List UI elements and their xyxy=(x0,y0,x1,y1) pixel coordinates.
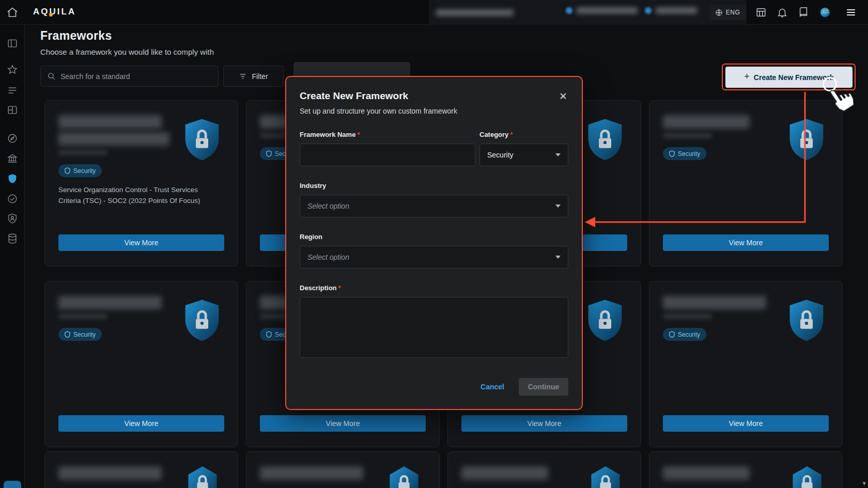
sidebar-panel-icon[interactable] xyxy=(7,38,18,49)
industry-label: Industry xyxy=(300,182,568,190)
locked-shield-icon xyxy=(586,298,624,342)
filter-button[interactable]: Filter xyxy=(223,66,284,87)
sidebar-bottom-button[interactable] xyxy=(4,481,21,488)
list-menu-icon[interactable] xyxy=(7,85,18,96)
redacted-blue-icon xyxy=(645,7,652,14)
language-label: ENG xyxy=(726,9,740,16)
brand-logo: AQUILA xyxy=(33,7,76,17)
globe-icon xyxy=(715,9,723,17)
view-more-button[interactable]: View More xyxy=(663,234,829,251)
frameworks-shield-icon[interactable] xyxy=(7,173,18,184)
framework-card xyxy=(447,451,641,488)
view-more-button[interactable]: View More xyxy=(461,415,627,432)
hex-shield-icon xyxy=(388,465,421,488)
redacted-subtitle xyxy=(663,133,712,138)
plus-icon: + xyxy=(744,71,750,82)
redacted-title xyxy=(663,115,750,129)
redacted-subtitle xyxy=(58,150,107,155)
region-select[interactable]: Select option xyxy=(300,246,568,269)
badge-shield-icon xyxy=(669,150,675,157)
continue-button[interactable]: Continue xyxy=(519,378,568,396)
world-globe-icon[interactable] xyxy=(819,7,831,18)
page-subtitle: Choose a framework you would like to com… xyxy=(40,48,214,56)
framework-name-label: Framework Name* xyxy=(300,131,475,138)
security-badge: Security xyxy=(663,328,706,341)
organization-bank-icon[interactable] xyxy=(7,153,18,164)
cancel-button[interactable]: Cancel xyxy=(481,383,504,391)
redacted-title xyxy=(663,296,766,309)
badge-label: Security xyxy=(678,331,700,338)
home-icon[interactable] xyxy=(6,6,19,19)
left-sidebar xyxy=(0,25,25,488)
table-grid-icon[interactable] xyxy=(755,7,767,18)
page-title: Frameworks xyxy=(40,29,112,43)
view-more-button[interactable]: View More xyxy=(663,415,829,432)
redacted-title xyxy=(58,132,169,146)
close-icon[interactable]: ✕ xyxy=(558,90,568,102)
category-value: Security xyxy=(487,151,514,159)
caret-down-icon xyxy=(555,204,561,208)
redacted-title xyxy=(663,466,750,480)
description-textarea[interactable] xyxy=(300,297,568,358)
framework-card: Security View More xyxy=(44,281,238,447)
filter-label: Filter xyxy=(252,72,268,81)
caret-down-icon xyxy=(555,153,561,156)
framework-card xyxy=(44,451,238,488)
industry-placeholder: Select option xyxy=(307,202,349,210)
modal-header: Create New Framework ✕ xyxy=(300,90,568,102)
redacted-account-item xyxy=(645,7,697,14)
create-button-label: Create New Framework xyxy=(754,73,834,82)
hex-shield-icon xyxy=(791,465,824,488)
security-badge: Security xyxy=(58,164,102,177)
compliance-check-icon[interactable] xyxy=(7,193,18,204)
view-more-button[interactable]: View More xyxy=(58,234,224,251)
badge-shield-icon xyxy=(65,167,70,174)
menu-hamburger-icon[interactable] xyxy=(845,7,857,18)
hex-shield-icon xyxy=(589,465,622,488)
view-more-button[interactable]: View More xyxy=(58,415,224,432)
redacted-text xyxy=(577,7,638,14)
scrollbar-down-arrow[interactable]: ▾ xyxy=(862,479,866,487)
framework-description: Service Organization Control - Trust Ser… xyxy=(58,185,220,207)
language-selector[interactable]: ENG xyxy=(709,5,746,20)
required-marker: * xyxy=(510,131,513,138)
region-placeholder: Select option xyxy=(307,253,349,261)
badge-label: Security xyxy=(678,150,700,158)
badge-shield-icon xyxy=(266,150,272,157)
search-input[interactable] xyxy=(60,72,212,81)
framework-card-soc2: Security Service Organization Control - … xyxy=(44,100,238,266)
view-more-button[interactable]: View More xyxy=(260,415,426,432)
locked-shield-icon xyxy=(586,118,624,161)
search-input-wrapper xyxy=(40,66,219,87)
topbar-redacted-panel xyxy=(429,0,747,25)
favorites-star-icon[interactable] xyxy=(7,64,18,75)
user-shield-icon[interactable] xyxy=(7,213,18,224)
industry-select[interactable]: Select option xyxy=(300,195,568,217)
frameworks-row-3 xyxy=(44,451,843,488)
modal-title: Create New Framework xyxy=(300,90,408,102)
framework-name-input[interactable] xyxy=(300,144,475,166)
redacted-title xyxy=(58,296,162,309)
category-select[interactable]: Security xyxy=(479,144,568,166)
dashboard-compass-icon[interactable] xyxy=(7,133,18,144)
create-new-framework-button[interactable]: + Create New Framework xyxy=(725,67,853,88)
redacted-text xyxy=(656,7,697,14)
search-icon xyxy=(47,72,56,81)
hex-shield-icon xyxy=(186,465,219,488)
redacted-title xyxy=(461,466,548,480)
redacted-subtitle xyxy=(58,314,107,319)
badge-shield-icon xyxy=(669,331,675,338)
description-label: Description* xyxy=(300,284,568,292)
framework-card xyxy=(246,451,440,488)
database-icon[interactable] xyxy=(7,233,18,244)
docs-book-icon[interactable] xyxy=(798,7,809,18)
redacted-subtitle xyxy=(663,314,712,319)
notifications-bell-icon[interactable] xyxy=(777,7,788,18)
framework-card: Security View More xyxy=(649,281,843,447)
security-badge: Security xyxy=(663,147,706,160)
brand-text: AQUILA xyxy=(33,7,76,17)
layout-columns-icon[interactable] xyxy=(7,104,18,116)
modal-footer: Cancel Continue xyxy=(300,378,568,396)
region-label: Region xyxy=(300,233,568,241)
locked-shield-icon xyxy=(183,118,221,161)
